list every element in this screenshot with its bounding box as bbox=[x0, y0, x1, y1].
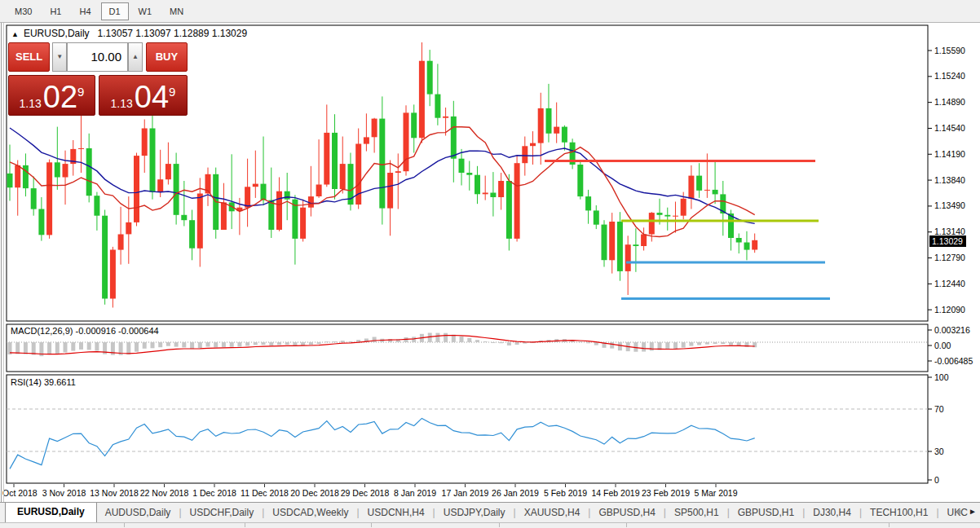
symbol-tab-xauusd-h4[interactable]: XAUUSD,H4 bbox=[516, 504, 589, 522]
spin-down-icon: ▼ bbox=[56, 53, 63, 60]
bid-price-display[interactable]: 1.13 02 9 bbox=[8, 75, 95, 116]
ask-price-sup: 9 bbox=[169, 76, 175, 108]
rsi-axis-label: 30 bbox=[934, 447, 944, 456]
price-axis-label: 1.14190 bbox=[934, 149, 965, 159]
symbol-tab-sp500-h1[interactable]: SP500,H1 bbox=[666, 504, 727, 522]
window-left-border bbox=[1, 23, 2, 502]
macd-axis-label: -0.006485 bbox=[934, 356, 973, 366]
symbol-tab-usdchf-daily[interactable]: USDCHF,Daily bbox=[182, 504, 263, 522]
buy-button[interactable]: BUY bbox=[146, 42, 188, 72]
symbol-tab-dj30-h4[interactable]: DJ30,H4 bbox=[805, 504, 859, 522]
date-axis-label: 1 Dec 2018 bbox=[192, 488, 236, 498]
window-left-border-inner bbox=[3, 23, 4, 502]
date-axis-label: 26 Jan 2019 bbox=[492, 488, 539, 498]
price-axis-label: 1.13490 bbox=[934, 200, 965, 210]
one-click-trading-panel: SELL ▼ 10.00 ▲ BUY 1.13 02 9 1.13 04 9 bbox=[8, 42, 188, 117]
price-axis-label: 1.15590 bbox=[934, 46, 965, 55]
price-axis-label: 1.15240 bbox=[934, 71, 965, 81]
symbol-tab-eurusd-daily[interactable]: EURUSD,Daily bbox=[5, 502, 97, 522]
status-strip-separator bbox=[499, 523, 500, 527]
chart-title: ▲EURUSD,Daily1.13057 1.13097 1.12889 1.1… bbox=[11, 28, 247, 39]
date-axis-label: 29 Dec 2018 bbox=[341, 488, 390, 498]
date-axis-label: 23 Feb 2019 bbox=[642, 488, 690, 498]
volume-decrease-button[interactable]: ▼ bbox=[52, 42, 67, 72]
tab-scroll-right-icon[interactable]: ► bbox=[969, 507, 977, 516]
tab-scroll-buttons: ◄► bbox=[954, 507, 977, 516]
volume-increase-button[interactable]: ▲ bbox=[128, 42, 143, 72]
date-axis-label: 13 Nov 2018 bbox=[90, 488, 139, 498]
date-axis-label: 17 Jan 2019 bbox=[442, 488, 489, 498]
spin-up-icon: ▲ bbox=[132, 53, 139, 60]
status-strip-separator bbox=[626, 523, 627, 527]
rsi-axis-label: 0 bbox=[934, 475, 939, 485]
timeframe-button-h1[interactable]: H1 bbox=[42, 2, 69, 20]
date-axis-label: 5 Feb 2019 bbox=[544, 488, 587, 498]
rsi-axis-label: 100 bbox=[934, 372, 949, 382]
symbol-tab-gbpusd-h1[interactable]: GBPUSD,H1 bbox=[730, 504, 802, 522]
ask-price-big: 04 bbox=[135, 83, 169, 111]
chart-ohlc-values: 1.13057 1.13097 1.12889 1.13029 bbox=[98, 28, 248, 39]
date-axis-label: 25 Oct 2018 bbox=[0, 488, 38, 498]
timeframe-button-m30[interactable]: M30 bbox=[7, 2, 40, 20]
macd-axis-label: 0.00 bbox=[934, 341, 951, 350]
price-axis-label: 1.12090 bbox=[934, 305, 965, 315]
sell-button[interactable]: SELL bbox=[8, 42, 50, 72]
price-axis-label: 1.14540 bbox=[934, 123, 965, 133]
status-strip-separator bbox=[371, 523, 372, 527]
chart-symbol-period: EURUSD,Daily bbox=[24, 28, 90, 39]
date-axis-label: 11 Dec 2018 bbox=[241, 488, 289, 498]
macd-axis-label: 0.003216 bbox=[934, 325, 970, 335]
collapse-panel-icon[interactable]: ▲ bbox=[11, 30, 19, 38]
symbol-tab-usdjpy-daily[interactable]: USDJPY,Daily bbox=[435, 504, 514, 522]
symbol-tab-audusd-daily[interactable]: AUDUSD,Daily bbox=[97, 504, 179, 522]
tab-scroll-left-icon[interactable]: ◄ bbox=[954, 507, 962, 516]
bid-price-sup: 9 bbox=[77, 76, 84, 108]
ask-price-display[interactable]: 1.13 04 9 bbox=[99, 75, 188, 116]
status-strip-separator bbox=[889, 523, 890, 527]
symbol-tab-bar: EURUSD,DailyAUDUSD,Daily|USDCHF,Daily|US… bbox=[0, 502, 980, 522]
timeframe-toolbar: M30H1H4D1W1MN bbox=[0, 0, 980, 23]
timeframe-button-mn[interactable]: MN bbox=[161, 2, 192, 20]
status-strip bbox=[0, 522, 980, 528]
price-axis-label: 1.12790 bbox=[934, 253, 965, 262]
symbol-tab-tech100-h1[interactable]: TECH100,H1 bbox=[862, 504, 936, 522]
status-strip-separator bbox=[124, 523, 125, 527]
status-strip-separator bbox=[245, 523, 245, 527]
timeframe-button-h4[interactable]: H4 bbox=[71, 2, 99, 20]
ask-price-small: 1.13 bbox=[111, 97, 133, 111]
price-axis-label: 1.12440 bbox=[934, 279, 965, 288]
timeframe-button-w1[interactable]: W1 bbox=[130, 2, 161, 20]
rsi-axis-label: 70 bbox=[934, 404, 944, 414]
date-axis-label: 3 Nov 2018 bbox=[42, 488, 86, 498]
timeframe-button-d1[interactable]: D1 bbox=[101, 2, 129, 20]
date-axis-label: 20 Dec 2018 bbox=[290, 488, 339, 498]
symbol-tab-gbpusd-h4[interactable]: GBPUSD,H4 bbox=[590, 504, 663, 522]
date-axis-label: 5 Mar 2019 bbox=[694, 488, 737, 498]
macd-indicator-label: MACD(12,26,9) -0.000916 -0.000644 bbox=[11, 326, 159, 336]
symbol-tab-usdcad-weekly[interactable]: USDCAD,Weekly bbox=[264, 504, 356, 522]
date-axis-label: 14 Feb 2019 bbox=[592, 488, 640, 498]
price-axis-label: 1.13840 bbox=[934, 175, 965, 185]
date-axis-label: 22 Nov 2018 bbox=[140, 488, 189, 498]
symbol-tab-usdcnh-h4[interactable]: USDCNH,H4 bbox=[360, 504, 433, 522]
bid-price-small: 1.13 bbox=[20, 97, 42, 111]
price-axis-label: 1.14890 bbox=[934, 97, 965, 107]
volume-input[interactable]: 10.00 bbox=[67, 42, 128, 72]
rsi-indicator-label: RSI(14) 39.6611 bbox=[11, 377, 76, 387]
current-price-tag: 1.13029 bbox=[929, 235, 966, 247]
bid-price-big: 02 bbox=[43, 83, 77, 111]
date-axis-label: 8 Jan 2019 bbox=[394, 488, 436, 498]
